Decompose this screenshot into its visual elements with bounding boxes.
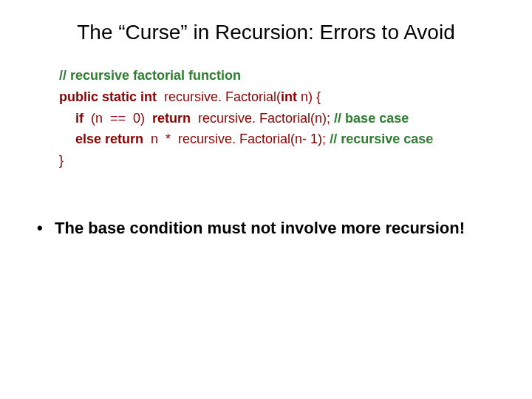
bullet-text: The base condition must not involve more… (55, 219, 465, 237)
code-line-2: public static int recursive. Factorial(i… (59, 86, 502, 108)
keyword-text: if (75, 111, 83, 126)
keyword-text: else return (75, 132, 143, 146)
slide-title: The “Curse” in Recursion: Errors to Avoi… (30, 21, 502, 44)
bullet-marker: • (37, 219, 55, 238)
keyword-text: return (152, 111, 191, 126)
comment-text: // base case (334, 111, 409, 126)
code-text: (n == 0) (83, 111, 152, 126)
code-text: } (59, 153, 64, 168)
code-text: n * recursive. Factorial(n- 1); (143, 132, 330, 146)
code-line-1: // recursive factorial function (59, 65, 502, 86)
bullet-item: •The base condition must not involve mor… (37, 219, 502, 238)
slide: The “Curse” in Recursion: Errors to Avoi… (0, 0, 532, 399)
code-line-4: else return n * recursive. Factorial(n- … (59, 129, 502, 150)
comment-text: // recursive case (330, 132, 433, 146)
comment-text: // recursive factorial function (59, 68, 241, 83)
code-text: recursive. Factorial(n); (191, 111, 334, 126)
code-block: // recursive factorial function public s… (59, 65, 502, 171)
bullet-list: •The base condition must not involve mor… (37, 219, 502, 238)
code-line-3: if (n == 0) return recursive. Factorial(… (59, 108, 502, 129)
keyword-text: int (281, 89, 297, 104)
code-line-5: } (59, 150, 502, 171)
keyword-text: public static int (59, 89, 157, 104)
code-text: n) { (297, 89, 321, 104)
code-text: recursive. Factorial( (157, 89, 281, 104)
